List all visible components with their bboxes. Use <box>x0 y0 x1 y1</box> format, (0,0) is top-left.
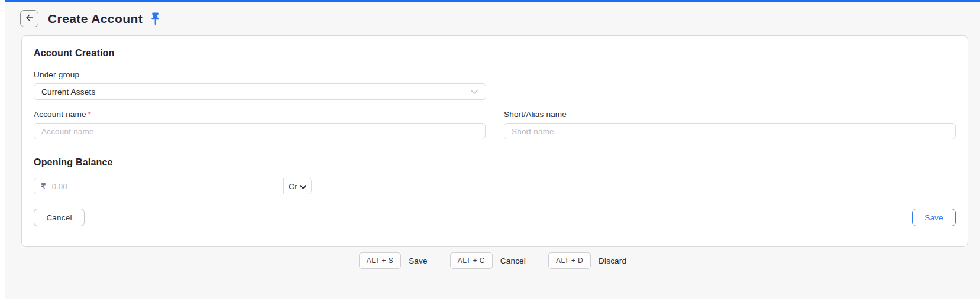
shortcut-cancel: ALT + C Cancel <box>450 252 526 269</box>
account-name-input[interactable] <box>34 123 486 139</box>
chevron-down-icon <box>300 182 306 191</box>
short-alias-input[interactable] <box>504 123 956 139</box>
account-name-label-text: Account name <box>34 110 86 119</box>
shortcut-cancel-label: Cancel <box>500 256 526 265</box>
required-asterisk: * <box>88 110 91 119</box>
opening-balance-input[interactable] <box>50 178 283 194</box>
shortcut-discard-label: Discard <box>599 256 626 265</box>
shortcut-discard: ALT + D Discard <box>548 252 626 269</box>
under-group-select[interactable]: Current Assets <box>34 83 486 100</box>
shortcut-save-label: Save <box>409 256 428 265</box>
kbd-alt-c: ALT + C <box>450 252 493 269</box>
name-fields-row: Account name* Short/Alias name <box>34 110 956 139</box>
cancel-button[interactable]: Cancel <box>34 209 85 226</box>
back-button[interactable] <box>20 10 38 27</box>
page-frame: Create Account Account Creation Under gr… <box>5 0 980 299</box>
page-title: Create Account <box>48 12 143 26</box>
short-alias-column: Short/Alias name <box>504 110 956 139</box>
account-name-label: Account name* <box>34 110 486 119</box>
under-group-value: Current Assets <box>41 87 470 96</box>
rupee-icon: ₹ <box>34 178 50 194</box>
keyboard-shortcuts-bar: ALT + S Save ALT + C Cancel ALT + D Disc… <box>5 252 980 269</box>
pin-icon[interactable] <box>151 12 160 25</box>
credit-debit-select[interactable]: Cr <box>283 178 311 194</box>
kbd-alt-s: ALT + S <box>359 252 401 269</box>
page-header: Create Account <box>5 2 980 27</box>
under-group-label: Under group <box>34 70 956 79</box>
card-footer: Cancel Save <box>34 209 956 226</box>
account-name-column: Account name* <box>34 110 486 139</box>
section-title: Account Creation <box>34 48 956 58</box>
credit-debit-value: Cr <box>289 182 297 191</box>
shortcut-save: ALT + S Save <box>359 252 428 269</box>
opening-balance-title: Opening Balance <box>34 157 956 168</box>
save-button[interactable]: Save <box>912 209 956 226</box>
account-creation-card: Account Creation Under group Current Ass… <box>21 35 968 247</box>
short-alias-label: Short/Alias name <box>504 110 956 119</box>
opening-balance-group: ₹ Cr <box>34 178 312 194</box>
chevron-down-icon <box>470 86 478 97</box>
kbd-alt-d: ALT + D <box>548 252 591 269</box>
back-arrow-icon <box>25 14 34 23</box>
